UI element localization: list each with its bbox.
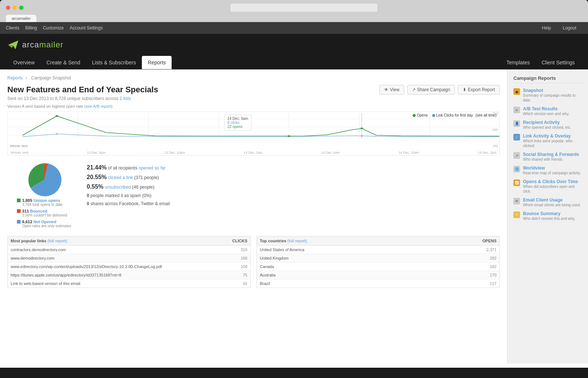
unique-opens-swatch (17, 199, 21, 202)
pie-section: 1,805 Unique opens 3,768 total opens to … (7, 161, 81, 230)
sidebar-item-worldview[interactable]: 🌐 Worldview Real-time map of campaign ac… (513, 165, 582, 175)
sidebar-item-bounce-summary[interactable]: ! Bounce Summary Who didn't receive this… (513, 211, 582, 221)
ab-test-icon: ≡ (513, 107, 520, 113)
address-bar[interactable] (230, 4, 377, 12)
chart-legend: Opens Link Clicks for first day (see all… (413, 113, 496, 117)
nav-reports[interactable]: Reports (142, 56, 172, 69)
nav-create-send[interactable]: Create & Send (40, 56, 86, 69)
top-nav: Clients Billing Customize Account Settin… (0, 22, 588, 34)
chart-container: Opens Link Clicks for first day (see all… (7, 111, 500, 156)
sidebar-item-snapshot[interactable]: ◉ Snapshot Summary of campaign results t… (513, 88, 582, 103)
table-row: Canada 182 (257, 263, 500, 271)
export-button[interactable]: ⬇ Export Report (458, 85, 500, 94)
top-nav-logout[interactable]: Logout (563, 25, 576, 31)
top-nav-help[interactable]: Help (542, 25, 551, 31)
svg-marker-0 (8, 40, 18, 49)
snapshot-link[interactable]: Snapshot (523, 88, 582, 93)
opens-legend-label: Opens (417, 113, 427, 117)
sidebar-item-opens-clicks[interactable]: 📈 Opens & Clicks Over Time When did subs… (513, 179, 582, 194)
browser-dot-red (6, 6, 10, 10)
top-nav-clients[interactable]: Clients (6, 25, 19, 31)
breadcrumb-reports[interactable]: Reports (7, 75, 23, 81)
recipient-activity-link[interactable]: Recipient Activity (523, 120, 571, 125)
logo-text: arcamailer (22, 40, 64, 50)
chart-x-labels: Winner sent 13 Dec, 6pm 13 Dec, 10pm 14 … (8, 151, 499, 154)
table-row: United Kingdom 282 (257, 254, 500, 263)
nav-lists[interactable]: Lists & Subscribers (86, 56, 142, 69)
countries-full-report[interactable]: (full report) (287, 239, 307, 243)
sidebar-item-ab-test[interactable]: ≡ A/B Test Results Which version won and… (513, 106, 582, 116)
only-estimates-link[interactable]: only estimates (48, 224, 71, 228)
table-row: Australia 170 (257, 271, 500, 279)
clicks-legend-label: Link Clicks for first day (436, 113, 473, 117)
svg-point-15 (56, 133, 58, 135)
browser-tab[interactable]: arcamailer (6, 15, 36, 22)
pie-chart (26, 161, 62, 198)
stats-legend: 1,805 Unique opens 3,768 total opens to … (17, 198, 71, 230)
unique-opens-link[interactable]: Unique opens (33, 198, 60, 203)
logo-bar: arcamailer (0, 34, 588, 56)
table-row: www.edirectory.com/wp-content/uploads/20… (8, 263, 251, 271)
worldview-link[interactable]: Worldview (523, 165, 581, 171)
recipient-activity-icon: 👤 (513, 120, 520, 127)
lists-link[interactable]: 2 lists (120, 96, 131, 101)
sidebar-item-email-client[interactable]: ✉ Email Client Usage Which email clients… (513, 197, 582, 207)
breadcrumb: Reports › Campaign Snapshot (7, 75, 500, 81)
nav-templates[interactable]: Templates (501, 56, 536, 69)
not-opened-swatch (17, 220, 21, 224)
nav-client-settings[interactable]: Client Settings (536, 56, 581, 69)
email-client-icon: ✉ (513, 198, 520, 204)
chart-y-labels: 750 500 250 (492, 112, 498, 148)
svg-point-12 (55, 115, 58, 117)
popular-links-table: contractors.demodirectory.com 316 www.de… (7, 245, 251, 288)
nav-overview[interactable]: Overview (7, 56, 40, 69)
ab-test-link[interactable]: A/B Test Results (523, 106, 569, 111)
top-nav-customize[interactable]: Customize (43, 25, 64, 31)
export-icon: ⬇ (463, 87, 466, 92)
winner-label: Winner sent (10, 144, 28, 148)
table-row: https://itunes.apple.com/us/app/edirecto… (8, 271, 251, 279)
sidebar-item-recipient-activity[interactable]: 👤 Recipient Activity Who opened and clic… (513, 120, 582, 130)
unsubscribed-link[interactable]: unsubscribed (105, 185, 131, 190)
opened-so-far-link[interactable]: opened so far (139, 165, 165, 171)
bounced-link[interactable]: Bounced (30, 209, 47, 213)
snapshot-icon: ◉ (513, 88, 520, 95)
top-nav-account-settings[interactable]: Account Settings (69, 25, 103, 31)
table-row: www.demodirectory.com 166 (8, 254, 251, 263)
eye-icon: 👁 (384, 87, 388, 92)
version-note: Version A sent based on highest open rat… (7, 104, 500, 108)
ab-report-link[interactable]: (see A/B report) (84, 104, 112, 108)
worldview-icon: 🌐 (513, 166, 520, 172)
clicked-link[interactable]: clicked a link (108, 175, 133, 180)
opens-clicks-icon: 📈 (513, 179, 520, 186)
not-opened-link[interactable]: Not Opened (33, 220, 56, 224)
table-row: contractors.demodirectory.com 316 (8, 246, 251, 254)
browser-dot-green (19, 6, 24, 10)
bounced-swatch (17, 209, 21, 213)
top-countries-section: Top countries (full report) OPENS United… (257, 236, 500, 288)
opens-clicks-link[interactable]: Opens & Clicks Over Time (523, 179, 582, 184)
sidebar-title: Campaign Reports (513, 75, 582, 83)
email-client-link[interactable]: Email Client Usage (523, 197, 581, 203)
bounce-summary-link[interactable]: Bounce Summary (523, 211, 575, 216)
campaign-reports-sidebar: Campaign Reports ◉ Snapshot Summary of c… (507, 69, 588, 364)
popular-links-full-report[interactable]: (full report) (47, 239, 67, 243)
top-nav-billing[interactable]: Billing (25, 25, 37, 31)
sidebar-item-social-sharing[interactable]: ↗ Social Sharing & Forwards Who shared w… (513, 152, 582, 162)
campaign-title: New Features and End of Year Specials (7, 85, 379, 94)
opens-legend-dot (413, 114, 416, 117)
share-icon: ↗ (412, 87, 416, 92)
view-button[interactable]: 👁 View (379, 85, 404, 94)
sidebar-item-link-activity[interactable]: 🔗 Link Activity & Overlay Which links we… (513, 133, 582, 148)
chart-tooltip: 14 Dec, 6am 6 clicks 22 opens (224, 115, 252, 131)
link-activity-link[interactable]: Link Activity & Overlay (523, 133, 582, 139)
popular-links-section: Most popular links (full report) CLICKS … (7, 236, 251, 288)
share-button[interactable]: ↗ Share Campaign (407, 85, 455, 94)
stats-metrics: 21.44% of all recipients opened so far 2… (87, 161, 500, 230)
logo-icon (7, 39, 19, 51)
table-row: Link to web-based version of this email … (8, 279, 251, 288)
table-row: United States of America 2,371 (257, 246, 500, 254)
top-countries-table: United States of America 2,371 United Ki… (257, 245, 500, 288)
social-sharing-link[interactable]: Social Sharing & Forwards (523, 152, 579, 157)
clicks-legend-dot (432, 114, 435, 117)
